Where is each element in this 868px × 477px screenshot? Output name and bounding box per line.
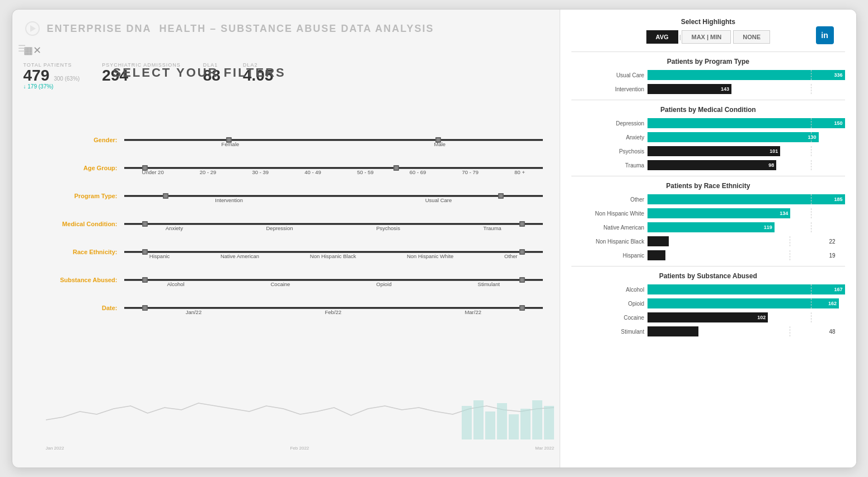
bar-fill: 143 — [648, 84, 731, 94]
filter-label-substance: Substance Abused: — [46, 277, 124, 283]
sidebar-icons: ☰ — [18, 43, 26, 54]
bar-wrap: 185 — [648, 194, 844, 204]
bar-fill: 119 — [648, 222, 775, 232]
filter-row-race: Race Ethnicity: Hispanic Native American… — [46, 244, 543, 260]
bar-fill: 134 — [648, 208, 790, 218]
tab-avg[interactable]: AVG — [646, 30, 678, 44]
bar-label: Depression — [571, 120, 644, 127]
bar-wrap: 134 — [648, 208, 844, 218]
filter-bar-gender[interactable]: Female Male — [124, 132, 543, 148]
bar-row: Depression150 — [571, 118, 844, 128]
stat-total-patients: TOTAL PATIENTS 479 300 (63%) ↓ 179 (37%) — [24, 62, 80, 90]
bar-row: Non Hispanic White134 — [571, 208, 844, 218]
filter-bar-date[interactable]: Jan/22 Feb/22 Mar/22 — [124, 300, 543, 316]
filter-row-substance: Substance Abused: Alcohol Cocaine Opioid… — [46, 272, 543, 288]
bar-row: Opioid162 — [571, 298, 844, 308]
filter-overlay-title: SELECT YOUR FILTERS — [113, 66, 286, 80]
bar-row: Cocaine102 — [571, 312, 844, 322]
bar-row: Usual Care336 — [571, 70, 844, 80]
bar-fill — [648, 326, 698, 336]
bar-label: Usual Care — [571, 72, 644, 78]
bar-row: Trauma98 — [571, 160, 844, 170]
bar-label: Stimulant — [571, 329, 644, 335]
bar-value-outside: 22 — [829, 238, 845, 245]
bar-wrap — [648, 250, 823, 260]
tab-maxmin[interactable]: MAX | MIN — [682, 30, 731, 44]
stat-sub1-total: 300 (63%) — [54, 76, 79, 82]
bar-fill: 98 — [648, 160, 776, 170]
right-panel-inner: in Select Highlights AVG | MAX | MIN NON… — [571, 18, 844, 336]
bar-fill: 336 — [648, 70, 844, 80]
highlights-tabs: AVG | MAX | MIN NONE — [571, 30, 844, 44]
bar-wrap: 98 — [648, 160, 844, 170]
linkedin-button[interactable]: in — [816, 26, 834, 44]
filter-bar-substance[interactable]: Alcohol Cocaine Opioid Stimulant — [124, 272, 543, 288]
filter-x-icon[interactable]: ▦✕ — [24, 44, 41, 57]
stat-value-total: 479 — [24, 68, 50, 83]
bar-label: Native American — [571, 225, 644, 231]
bar-row: Anxiety130 — [571, 132, 844, 142]
bar-fill — [648, 250, 665, 260]
filter-bar-race[interactable]: Hispanic Native American Non Hispanic Bl… — [124, 244, 543, 260]
bar-row: Hispanic19 — [571, 250, 844, 260]
bar-row: Stimulant48 — [571, 326, 844, 336]
bar-label: Non Hispanic Black — [571, 238, 644, 245]
bar-label: Non Hispanic White — [571, 211, 644, 217]
stats-row: TOTAL PATIENTS 479 300 (63%) ↓ 179 (37%)… — [12, 59, 560, 93]
tab-separator: | — [678, 34, 682, 40]
header-title: ENTERPRISE DNA HEALTH – SUBSTANCE ABUSE … — [47, 23, 434, 35]
filter-label-race: Race Ethnicity: — [46, 249, 124, 255]
bar-row: Psychosis101 — [571, 146, 844, 156]
bar-fill: 185 — [648, 194, 844, 204]
bar-label: Other — [571, 197, 644, 203]
bar-wrap: 102 — [648, 312, 844, 322]
bar-fill: 130 — [648, 132, 818, 142]
filters-area: Gender: Female Male Age Group: — [12, 127, 560, 316]
bar-label: Anxiety — [571, 134, 644, 141]
gender-male: Male — [434, 141, 445, 147]
right-sections: Patients by Program TypeUsual Care336Int… — [571, 52, 844, 336]
filter-label-program: Program Type: — [46, 193, 124, 199]
section-title-substance_abused: Patients by Substance Abused — [571, 266, 844, 280]
bar-wrap: 162 — [648, 298, 844, 308]
bar-fill: 101 — [648, 146, 780, 156]
header: ENTERPRISE DNA HEALTH – SUBSTANCE ABUSE … — [12, 15, 560, 42]
gender-female: Female — [222, 141, 240, 147]
right-panel: in Select Highlights AVG | MAX | MIN NON… — [560, 10, 856, 467]
filter-row-medical: Medical Condition: Anxiety Depression Ps… — [46, 216, 543, 232]
bar-wrap: 150 — [648, 118, 844, 128]
bar-label: Psychosis — [571, 148, 644, 155]
filter-row-gender: Gender: Female Male — [46, 132, 543, 148]
filter-row-program: Program Type: Intervention Usual Care — [46, 188, 543, 204]
bar-label: Opioid — [571, 301, 644, 307]
bar-row: Alcohol167 — [571, 284, 844, 294]
filter-row-date: Date: Jan/22 Feb/22 Mar/22 — [46, 300, 543, 316]
bar-fill: 150 — [648, 118, 844, 128]
bar-row: Other185 — [571, 194, 844, 204]
bar-wrap — [648, 326, 823, 336]
section-title-medical_condition: Patients by Medical Condition — [571, 100, 844, 114]
filter-row-age: Age Group: Under 20 20 - 29 30 - 39 40 -… — [46, 160, 543, 176]
bar-row: Native American119 — [571, 222, 844, 232]
logo-icon — [24, 20, 41, 38]
bar-wrap: 101 — [648, 146, 844, 156]
bar-wrap: 130 — [648, 132, 844, 142]
section-title-program_type: Patients by Program Type — [571, 52, 844, 66]
left-panel: ENTERPRISE DNA HEALTH – SUBSTANCE ABUSE … — [12, 10, 560, 467]
filter-bar-medical[interactable]: Anxiety Depression Psychosis Trauma — [124, 216, 543, 232]
bar-row: Intervention143 — [571, 84, 844, 94]
stat-sub2-total: ↓ 179 (37%) — [24, 83, 80, 90]
filter-bar-program[interactable]: Intervention Usual Care — [124, 188, 543, 204]
tab-none[interactable]: NONE — [733, 30, 770, 44]
section-title-race_ethnicity: Patients by Race Ethnicity — [571, 176, 844, 190]
svg-marker-1 — [30, 25, 36, 32]
bar-label: Hispanic — [571, 252, 644, 259]
bar-label: Trauma — [571, 162, 644, 169]
bar-wrap: 336 — [648, 70, 844, 80]
toolbar: ▦✕ — [12, 42, 560, 59]
bar-label: Alcohol — [571, 287, 644, 293]
bar-fill — [648, 236, 668, 246]
collapse-icon[interactable]: ☰ — [18, 43, 26, 54]
bar-label: Cocaine — [571, 315, 644, 321]
filter-bar-age[interactable]: Under 20 20 - 29 30 - 39 40 - 49 50 - 59… — [124, 160, 543, 176]
